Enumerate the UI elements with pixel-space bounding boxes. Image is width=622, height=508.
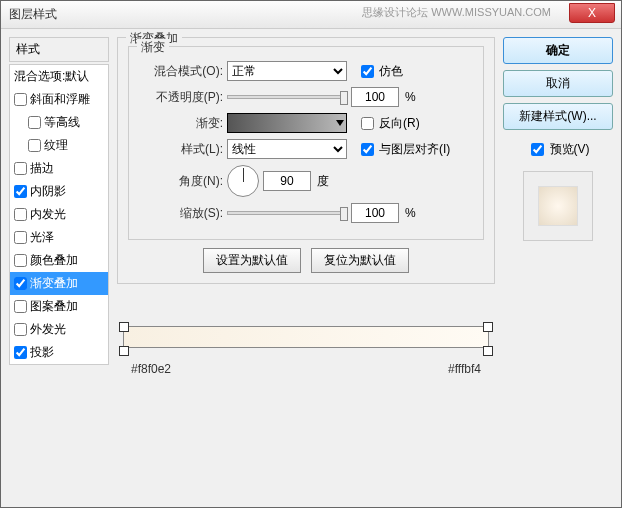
style-item[interactable]: 颜色叠加: [10, 249, 108, 272]
angle-input[interactable]: [263, 171, 311, 191]
style-label: 纹理: [44, 137, 68, 154]
style-label: 渐变叠加: [30, 275, 78, 292]
styles-panel: 样式 混合选项:默认 斜面和浮雕等高线纹理描边内阴影内发光光泽颜色叠加渐变叠加图…: [9, 37, 109, 499]
style-label: 样式(L):: [139, 141, 223, 158]
window-title: 图层样式: [9, 6, 57, 23]
style-label: 斜面和浮雕: [30, 91, 90, 108]
blend-mode-select[interactable]: 正常: [227, 61, 347, 81]
color-left-label: #f8f0e2: [131, 362, 171, 376]
scale-slider[interactable]: [227, 211, 347, 215]
blend-mode-label: 混合模式(O):: [139, 63, 223, 80]
cancel-button[interactable]: 取消: [503, 70, 613, 97]
style-checkbox[interactable]: [14, 208, 27, 221]
style-label: 投影: [30, 344, 54, 361]
style-item[interactable]: 图案叠加: [10, 295, 108, 318]
style-label: 等高线: [44, 114, 80, 131]
scale-label: 缩放(S):: [139, 205, 223, 222]
style-checkbox[interactable]: [14, 93, 27, 106]
layer-style-dialog: 图层样式 思缘设计论坛 WWW.MISSYUAN.COM X 样式 混合选项:默…: [0, 0, 622, 508]
style-item[interactable]: 外发光: [10, 318, 108, 341]
style-label: 光泽: [30, 229, 54, 246]
legend-inner: 渐变: [137, 39, 169, 56]
style-item[interactable]: 斜面和浮雕: [10, 88, 108, 111]
color-stop-left[interactable]: [119, 346, 129, 356]
gradient-bar[interactable]: [123, 326, 489, 348]
content: 样式 混合选项:默认 斜面和浮雕等高线纹理描边内阴影内发光光泽颜色叠加渐变叠加图…: [1, 29, 621, 507]
align-checkbox[interactable]: 与图层对齐(I): [357, 140, 450, 159]
scale-input[interactable]: [351, 203, 399, 223]
style-checkbox[interactable]: [14, 231, 27, 244]
gradient-picker[interactable]: [227, 113, 347, 133]
opacity-input[interactable]: [351, 87, 399, 107]
style-item[interactable]: 投影: [10, 341, 108, 364]
opacity-slider[interactable]: [227, 95, 347, 99]
style-checkbox[interactable]: [14, 254, 27, 267]
ok-button[interactable]: 确定: [503, 37, 613, 64]
style-label: 颜色叠加: [30, 252, 78, 269]
new-style-button[interactable]: 新建样式(W)...: [503, 103, 613, 130]
titlebar: 图层样式 思缘设计论坛 WWW.MISSYUAN.COM X: [1, 1, 621, 29]
watermark: 思缘设计论坛 WWW.MISSYUAN.COM: [362, 5, 551, 20]
style-item[interactable]: 渐变叠加: [10, 272, 108, 295]
style-label: 内发光: [30, 206, 66, 223]
style-list: 混合选项:默认 斜面和浮雕等高线纹理描边内阴影内发光光泽颜色叠加渐变叠加图案叠加…: [9, 64, 109, 365]
preview-box: [523, 171, 593, 241]
style-checkbox[interactable]: [28, 116, 41, 129]
preview-checkbox[interactable]: 预览(V): [503, 140, 613, 159]
settings-panel: 渐变叠加 渐变 混合模式(O): 正常 仿色 不透明度(P): %: [117, 37, 495, 499]
reset-default-button[interactable]: 复位为默认值: [311, 248, 409, 273]
style-checkbox[interactable]: [14, 300, 27, 313]
opacity-label: 不透明度(P):: [139, 89, 223, 106]
style-checkbox[interactable]: [14, 277, 27, 290]
angle-label: 角度(N):: [139, 173, 223, 190]
style-checkbox[interactable]: [14, 323, 27, 336]
style-checkbox[interactable]: [14, 162, 27, 175]
style-item[interactable]: 等高线: [10, 111, 108, 134]
style-item[interactable]: 纹理: [10, 134, 108, 157]
close-button[interactable]: X: [569, 3, 615, 23]
opacity-stop-left[interactable]: [119, 322, 129, 332]
style-checkbox[interactable]: [28, 139, 41, 152]
style-select[interactable]: 线性: [227, 139, 347, 159]
gradient-overlay-group: 渐变叠加 渐变 混合模式(O): 正常 仿色 不透明度(P): %: [117, 37, 495, 284]
style-checkbox[interactable]: [14, 185, 27, 198]
style-item[interactable]: 内发光: [10, 203, 108, 226]
color-right-label: #fffbf4: [448, 362, 481, 376]
right-panel: 确定 取消 新建样式(W)... 预览(V): [503, 37, 613, 499]
opacity-stop-right[interactable]: [483, 322, 493, 332]
reverse-checkbox[interactable]: 反向(R): [357, 114, 420, 133]
style-item[interactable]: 光泽: [10, 226, 108, 249]
gradient-label: 渐变:: [139, 115, 223, 132]
dither-checkbox[interactable]: 仿色: [357, 62, 403, 81]
style-label: 内阴影: [30, 183, 66, 200]
style-label: 描边: [30, 160, 54, 177]
preview-swatch: [538, 186, 578, 226]
style-label: 图案叠加: [30, 298, 78, 315]
style-label: 外发光: [30, 321, 66, 338]
gradient-editor: #f8f0e2 #fffbf4: [117, 326, 495, 386]
make-default-button[interactable]: 设置为默认值: [203, 248, 301, 273]
style-item[interactable]: 内阴影: [10, 180, 108, 203]
angle-dial[interactable]: [227, 165, 259, 197]
blending-options[interactable]: 混合选项:默认: [10, 65, 108, 88]
style-checkbox[interactable]: [14, 346, 27, 359]
style-item[interactable]: 描边: [10, 157, 108, 180]
styles-header: 样式: [9, 37, 109, 62]
color-stop-right[interactable]: [483, 346, 493, 356]
gradient-group: 渐变 混合模式(O): 正常 仿色 不透明度(P): % 渐变:: [128, 46, 484, 240]
